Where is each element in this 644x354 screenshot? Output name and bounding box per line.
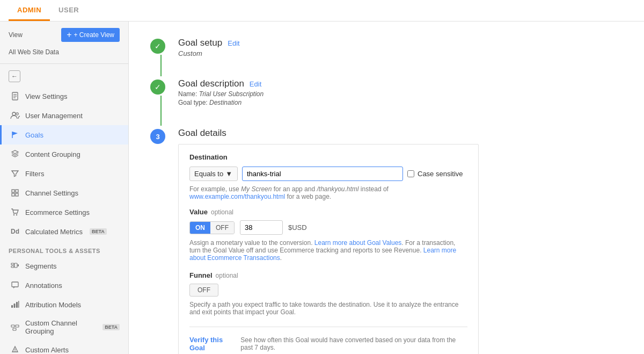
svg-point-5 [16, 113, 18, 115]
svg-rect-7 [12, 190, 14, 192]
sidebar-item-calculated-metrics[interactable]: Dd Calculated Metrics BETA [0, 222, 128, 241]
sidebar-header: View + + Create View [0, 21, 128, 46]
tab-admin[interactable]: ADMIN [9, 1, 50, 21]
sidebar-item-attribution-models-label: Attribution Models [25, 301, 81, 309]
step1-title: Goal setup [178, 38, 222, 48]
funnel-toggle-off-button[interactable]: OFF [189, 284, 218, 297]
step-goal-description: ✓ Goal description Edit Name: Trial User… [150, 78, 623, 126]
verify-row: Verify this Goal See how often this Goal… [189, 327, 467, 352]
destination-heading: Destination [189, 153, 467, 161]
value-toggle-on[interactable]: ON [190, 222, 210, 234]
step2-edit-link[interactable]: Edit [250, 80, 261, 88]
attribution-icon [10, 300, 20, 309]
top-nav: ADMIN USER [0, 0, 644, 21]
svg-rect-18 [11, 305, 13, 308]
step2-title: Goal description [178, 78, 244, 89]
cart-icon [10, 207, 20, 217]
verify-link[interactable]: Verify this Goal [189, 336, 235, 352]
funnel-label: Funnel optional [189, 271, 467, 279]
personal-tools-section-label: PERSONAL TOOLS & ASSETS [0, 241, 128, 256]
doc-icon [10, 91, 20, 101]
sidebar-item-ecommerce-settings[interactable]: Ecommerce Settings [0, 203, 128, 222]
main-content: ✓ Goal setup Edit Custom ✓ Goal descript… [129, 21, 644, 354]
value-label-text: Value [189, 208, 208, 216]
sidebar-item-custom-alerts[interactable]: Custom Alerts [0, 340, 128, 354]
sidebar-item-segments[interactable]: Segments [0, 256, 128, 276]
layout: View + + Create View All Web Site Data ← [0, 21, 644, 354]
svg-rect-20 [16, 302, 18, 308]
svg-point-11 [13, 214, 14, 215]
step2-type-value: Destination [209, 99, 241, 106]
sidebar-divider [0, 63, 128, 64]
svg-point-25 [14, 350, 16, 351]
value-section: Value optional ON OFF $USD As [189, 208, 467, 262]
sidebar-item-calculated-metrics-label: Calculated Metrics [25, 228, 83, 236]
currency-label: $USD [288, 223, 307, 232]
calculated-metrics-beta-badge: BETA [90, 228, 107, 235]
value-toggle[interactable]: ON OFF [189, 221, 235, 234]
verify-help-text: See how often this Goal would have conve… [240, 336, 467, 351]
value-optional-label: optional [211, 208, 233, 216]
funnel-label-text: Funnel [189, 271, 213, 279]
svg-rect-17 [12, 282, 18, 287]
site-label: All Web Site Data [0, 46, 128, 61]
annotations-icon [10, 280, 20, 290]
sidebar-item-ecommerce-settings-label: Ecommerce Settings [25, 208, 90, 216]
equals-to-label: Equals to [194, 170, 223, 178]
step2-name-value: Trial User Subscription [199, 90, 264, 98]
funnel-toggle-row: OFF [189, 284, 467, 297]
example-link[interactable]: www.example.com/thankyou.html [189, 193, 285, 200]
channel-icon [10, 322, 20, 332]
destination-row: Equals to ▼ Case sensitive [189, 167, 467, 181]
step1-edit-link[interactable]: Edit [228, 39, 239, 47]
sidebar-item-channel-settings-label: Channel Settings [25, 189, 78, 197]
svg-rect-24 [13, 328, 16, 330]
step3-number-icon: 3 [150, 129, 165, 144]
segments-icon [10, 261, 20, 271]
sidebar-item-filters[interactable]: Filters [0, 164, 128, 183]
sidebar-item-view-settings[interactable]: View Settings [0, 86, 128, 106]
funnel-optional-label: optional [216, 272, 238, 279]
create-view-button[interactable]: + + Create View [61, 28, 120, 42]
svg-rect-10 [16, 193, 18, 196]
sidebar-item-channel-settings[interactable]: Channel Settings [0, 183, 128, 203]
value-amount-input[interactable] [240, 220, 283, 235]
sidebar-item-annotations[interactable]: Annotations [0, 276, 128, 295]
back-button[interactable]: ← [0, 66, 128, 86]
equals-to-select[interactable]: Equals to ▼ [189, 167, 238, 181]
svg-point-12 [16, 214, 17, 215]
sidebar-item-custom-channel-grouping[interactable]: Custom Channel Grouping BETA [0, 314, 128, 340]
step3-title: Goal details [178, 128, 226, 139]
funnel-help-text: Specify a path you expect traffic to tak… [189, 301, 467, 316]
step-goal-details: 3 Goal details Destination Equals to ▼ [150, 128, 623, 354]
step2-type-line: Goal type: Destination [178, 99, 623, 106]
step2-title-row: Goal description Edit [178, 78, 623, 89]
sidebar-item-content-grouping[interactable]: Content Grouping [0, 145, 128, 164]
chevron-down-icon: ▼ [225, 170, 232, 178]
sidebar-item-user-management-label: User Management [25, 112, 83, 120]
sidebar: View + + Create View All Web Site Data ← [0, 21, 129, 354]
sidebar-item-view-settings-label: View Settings [25, 92, 68, 100]
sidebar-item-user-management[interactable]: User Management [0, 106, 128, 125]
ecommerce-transactions-link[interactable]: Learn more about Ecommerce Transactions [189, 247, 456, 262]
svg-rect-22 [11, 325, 14, 327]
case-sensitive-checkbox[interactable] [407, 170, 414, 177]
svg-rect-16 [18, 264, 19, 266]
sidebar-item-filters-label: Filters [25, 170, 44, 178]
sidebar-item-custom-alerts-label: Custom Alerts [25, 346, 69, 354]
sidebar-item-content-grouping-label: Content Grouping [25, 150, 80, 158]
goal-values-link[interactable]: Learn more about Goal Values [314, 239, 402, 247]
step1-subtitle: Custom [178, 49, 623, 57]
value-toggle-off[interactable]: OFF [210, 222, 234, 234]
back-arrow-icon: ← [9, 70, 20, 82]
destination-input[interactable] [242, 167, 403, 181]
svg-rect-23 [16, 325, 19, 327]
tab-user[interactable]: USER [50, 1, 87, 21]
flag-icon [10, 130, 20, 140]
sidebar-item-goals[interactable]: Goals [0, 125, 128, 145]
create-view-label: + Create View [74, 31, 115, 39]
sidebar-item-attribution-models[interactable]: Attribution Models [0, 295, 128, 314]
plus-icon: + [67, 31, 71, 39]
svg-rect-15 [14, 263, 17, 268]
funnel-section: Funnel optional OFF Specify a path you e… [189, 271, 467, 316]
